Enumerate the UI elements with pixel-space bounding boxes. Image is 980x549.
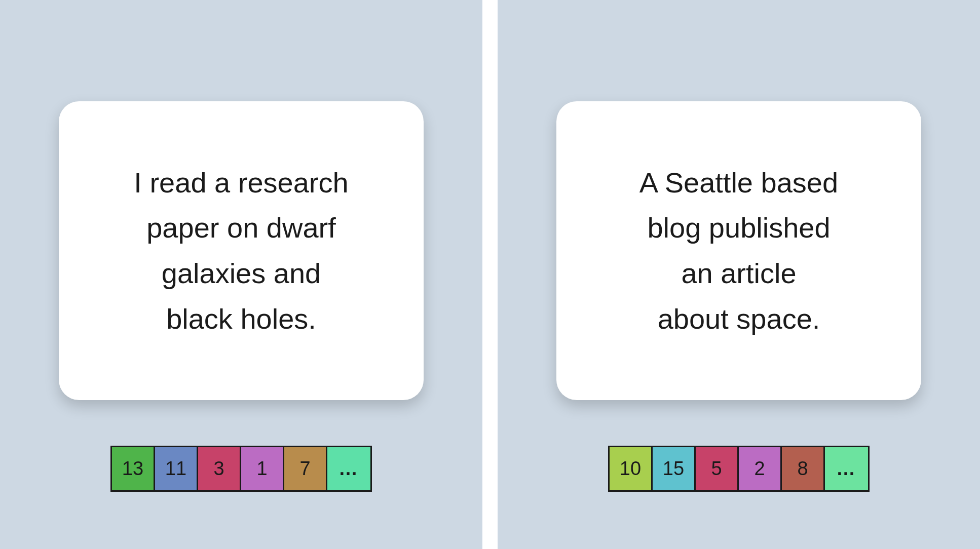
left-panel: I read a research paper on dwarf galaxie… <box>0 0 482 549</box>
token-cell: 2 <box>739 447 782 490</box>
token-cell: … <box>327 447 370 490</box>
right-card-text: A Seattle based blog published an articl… <box>639 160 838 341</box>
token-cell: 7 <box>284 447 327 490</box>
token-cell: 8 <box>782 447 825 490</box>
right-card: A Seattle based blog published an articl… <box>556 101 921 400</box>
left-card: I read a research paper on dwarf galaxie… <box>59 101 424 400</box>
token-cell: 11 <box>155 447 198 490</box>
token-cell: … <box>825 447 868 490</box>
token-cell: 15 <box>653 447 696 490</box>
token-cell: 1 <box>241 447 284 490</box>
left-card-text: I read a research paper on dwarf galaxie… <box>134 160 348 341</box>
right-tokens: 1015528… <box>608 446 870 492</box>
left-tokens: 1311317… <box>110 446 372 492</box>
token-cell: 10 <box>610 447 653 490</box>
token-cell: 5 <box>696 447 739 490</box>
token-cell: 3 <box>198 447 241 490</box>
right-panel: A Seattle based blog published an articl… <box>498 0 980 549</box>
token-cell: 13 <box>112 447 155 490</box>
